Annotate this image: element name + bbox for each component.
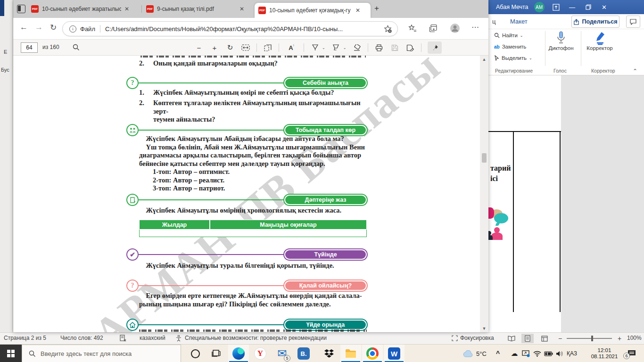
- zoom-in-icon[interactable]: +: [210, 43, 219, 52]
- pdf-page[interactable]: АРМАН-ПВ Баспасы 2. Оның қандай шығармал…: [13, 56, 488, 332]
- microphone-icon: [556, 31, 566, 45]
- word-restore-button[interactable]: [580, 0, 596, 14]
- zoom-slider-thumb[interactable]: [591, 336, 593, 341]
- status-word-count[interactable]: Число слов: 492: [60, 335, 103, 341]
- language-indicator[interactable]: ҚАЗ: [567, 345, 577, 362]
- start-button[interactable]: [0, 345, 22, 362]
- find-command[interactable]: Найти⌄: [494, 33, 523, 38]
- fit-to-width-icon[interactable]: [241, 43, 250, 52]
- replace-command[interactable]: ab Заменить: [494, 44, 526, 49]
- word-minimize-button[interactable]: —: [564, 0, 580, 14]
- tab-close-icon[interactable]: ✕: [239, 6, 244, 12]
- taskbar-search-input[interactable]: Введите здесь текст для поиска: [22, 345, 181, 362]
- tab-2[interactable]: PDF 9-сынып қазақ тілі.pdf ✕: [142, 0, 254, 18]
- tab-close-icon[interactable]: ✕: [124, 6, 129, 12]
- zoom-in-button[interactable]: +: [618, 335, 621, 342]
- pdf-scrollbar[interactable]: ▲ ▼: [480, 56, 488, 332]
- taskbar-vk-icon[interactable]: В.: [293, 345, 314, 362]
- chevron-down-icon[interactable]: ⌄: [343, 46, 347, 50]
- add-favorite-icon[interactable]: [384, 25, 392, 33]
- taskbar-word-icon[interactable]: W: [384, 345, 405, 362]
- tab-1[interactable]: PDF 10-сынып әдебиет жаратылыст ✕: [27, 0, 140, 18]
- new-tab-button[interactable]: +: [374, 4, 379, 13]
- editor-button[interactable]: Корректор: [585, 31, 615, 51]
- notification-center-icon[interactable]: 6: [627, 345, 636, 362]
- zoom-out-icon[interactable]: −: [194, 43, 204, 52]
- scroll-down-icon[interactable]: ▼: [482, 325, 487, 332]
- favorites-icon[interactable]: [408, 24, 417, 33]
- account-avatar[interactable]: AM: [534, 2, 545, 12]
- toolbar-divider: [421, 43, 421, 52]
- print-layout-icon[interactable]: [521, 334, 534, 343]
- taskbar-edge-icon[interactable]: [228, 345, 249, 362]
- ribbon-tab-partial[interactable]: ц: [492, 18, 495, 25]
- taskbar-dropbox-icon[interactable]: [319, 345, 339, 362]
- chevron-down-icon[interactable]: ⌄: [322, 46, 325, 50]
- share-button[interactable]: Поделиться: [571, 16, 619, 28]
- weather-widget[interactable]: 5°C: [463, 345, 487, 362]
- clock-widget[interactable]: 12:01 08.11.2021: [586, 347, 622, 362]
- erase-icon[interactable]: [352, 43, 362, 52]
- word-account-name[interactable]: Абая Мечта: [496, 4, 528, 10]
- ribbon-display-options-icon[interactable]: [548, 0, 564, 14]
- print-icon[interactable]: [374, 43, 384, 52]
- banner-line: [139, 324, 284, 325]
- zoom-out-button[interactable]: −: [558, 335, 562, 342]
- word-close-button[interactable]: ✕: [596, 0, 612, 14]
- table-header-row: Жылдар Маңызды оқиғалар: [139, 220, 367, 230]
- settings-more-icon[interactable]: ⋯: [471, 23, 479, 32]
- scroll-up-icon[interactable]: ▲: [482, 56, 487, 63]
- banner-qalai-oilaisyn: ? Қалай ойлайсың?: [126, 280, 367, 292]
- forward-icon[interactable]: →: [35, 23, 43, 32]
- taskbar-yandex-icon[interactable]: Y: [250, 345, 271, 362]
- address-bar[interactable]: i Файл C:/Users/admin/Documents/Новый%20…: [62, 21, 398, 36]
- dictate-button[interactable]: Диктофон: [546, 31, 576, 51]
- collections-icon[interactable]: [429, 24, 438, 33]
- highlighter-icon[interactable]: [331, 43, 341, 52]
- accessibility-icon[interactable]: [175, 335, 182, 342]
- taskbar-chrome-icon[interactable]: [362, 345, 383, 362]
- status-language[interactable]: казахский: [140, 335, 165, 341]
- taskbar-mail-icon[interactable]: ✉ 5: [272, 345, 292, 362]
- zoom-slider[interactable]: [567, 338, 612, 339]
- collapse-ribbon-icon[interactable]: ⌃: [633, 68, 637, 74]
- tab-close-icon[interactable]: ✕: [355, 7, 360, 14]
- zoom-percent[interactable]: 100%: [627, 335, 642, 341]
- rotate-icon[interactable]: ↻: [225, 43, 235, 52]
- tab-actions-icon[interactable]: [17, 5, 25, 13]
- tab-3-active[interactable]: PDF 10-сынып әдебиет қоғамдық-гу ✕: [255, 3, 371, 18]
- ribbon-tab-layout[interactable]: Макет: [510, 18, 528, 25]
- read-mode-icon[interactable]: [505, 334, 518, 343]
- status-accessibility-text[interactable]: Специальные возможности: проверьте реком…: [185, 335, 327, 341]
- url-text[interactable]: C:/Users/admin/Documents/Новый%20формат/…: [105, 25, 369, 33]
- wifi-icon[interactable]: [532, 345, 542, 362]
- cortana-icon[interactable]: [185, 345, 206, 362]
- page-number-input[interactable]: 64: [21, 42, 38, 53]
- comments-button[interactable]: [626, 16, 640, 28]
- focus-mode-button[interactable]: Фокусировка: [452, 335, 494, 341]
- volume-icon[interactable]: [554, 345, 565, 362]
- proofing-icon[interactable]: [120, 335, 126, 342]
- profile-avatar-icon[interactable]: [450, 23, 460, 33]
- search-icon[interactable]: [73, 44, 80, 51]
- pin-toolbar-icon[interactable]: [428, 41, 442, 54]
- refresh-icon[interactable]: ↻: [50, 23, 57, 33]
- back-icon[interactable]: ←: [20, 23, 28, 32]
- toolbar-divider: [368, 43, 368, 52]
- page-view-icon[interactable]: [263, 43, 272, 52]
- tray-chevron-icon[interactable]: ^: [496, 345, 500, 362]
- draw-pen-icon[interactable]: [310, 43, 320, 52]
- taskbar-explorer-icon[interactable]: [340, 345, 361, 362]
- scrollbar-thumb[interactable]: [482, 153, 487, 163]
- battery-icon[interactable]: [543, 345, 553, 362]
- task-view-icon[interactable]: [206, 345, 226, 362]
- word-ribbon: Найти⌄ ab Заменить Выделить⌄ Диктофон Ко…: [488, 29, 644, 75]
- cast-display-icon[interactable]: [520, 345, 531, 362]
- web-layout-icon[interactable]: [538, 334, 551, 343]
- select-command[interactable]: Выделить⌄: [494, 55, 532, 61]
- status-page-count[interactable]: Страница 2 из 5: [4, 335, 46, 341]
- onedrive-icon[interactable]: ☁: [509, 345, 520, 362]
- save-as-icon[interactable]: [405, 43, 415, 52]
- info-icon[interactable]: i: [69, 25, 76, 33]
- read-aloud-icon[interactable]: A⁾: [285, 43, 297, 52]
